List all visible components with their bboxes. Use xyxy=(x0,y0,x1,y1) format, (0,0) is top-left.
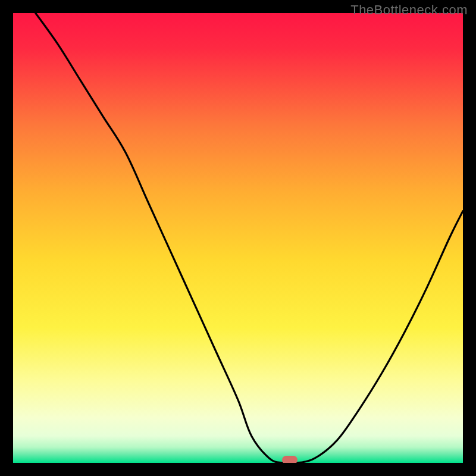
chart-frame: TheBottleneck.com xyxy=(0,0,476,476)
watermark-text: TheBottleneck.com xyxy=(350,2,468,18)
chart-svg xyxy=(13,13,463,463)
plot-area xyxy=(13,13,463,463)
optimal-marker xyxy=(282,456,298,463)
